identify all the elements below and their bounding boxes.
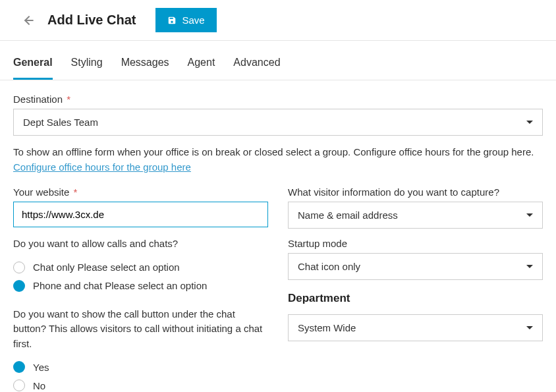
tab-advanced[interactable]: Advanced — [233, 50, 280, 80]
radio-phone-and-chat[interactable]: Phone and chat Please select an option — [13, 277, 268, 295]
tabs-nav: General Styling Messages Agent Advanced — [0, 50, 556, 80]
two-column-layout: Your website * Do you want to allow call… — [13, 186, 543, 392]
tab-styling[interactable]: Styling — [71, 50, 103, 80]
destination-group: Destination * Dept Sales Team — [13, 94, 543, 136]
call-button-group: Do you want to show the call button unde… — [13, 307, 268, 393]
tab-agent[interactable]: Agent — [188, 50, 215, 80]
back-button[interactable] — [20, 11, 38, 30]
radio-phone-and-chat-label: Phone and chat Please select an option — [33, 280, 207, 291]
startup-value: Chat icon only — [298, 261, 360, 272]
capture-label: What visitor information do you want to … — [288, 186, 543, 198]
required-asterisk: * — [70, 186, 77, 198]
startup-select[interactable]: Chat icon only — [288, 253, 543, 280]
destination-helper: To show an offline form when your office… — [13, 145, 543, 175]
save-button-label: Save — [182, 14, 204, 26]
destination-select[interactable]: Dept Sales Team — [13, 109, 543, 136]
caret-down-icon — [526, 213, 533, 217]
radio-icon-checked — [13, 361, 25, 373]
website-label: Your website * — [13, 186, 268, 198]
radio-chat-only[interactable]: Chat only Please select an option — [13, 258, 268, 277]
website-input[interactable] — [13, 202, 268, 227]
capture-group: What visitor information do you want to … — [288, 186, 543, 229]
radio-icon-checked — [13, 280, 25, 292]
right-column: What visitor information do you want to … — [288, 186, 543, 392]
arrow-left-icon — [22, 14, 36, 27]
radio-icon-unchecked — [13, 379, 25, 391]
caret-down-icon — [526, 121, 533, 124]
capture-value: Name & email address — [298, 210, 398, 221]
tab-content-general: Destination * Dept Sales Team To show an… — [0, 80, 556, 392]
save-button[interactable]: Save — [155, 8, 216, 32]
page-header: Add Live Chat Save — [0, 0, 556, 41]
page-title: Add Live Chat — [47, 13, 136, 28]
department-select[interactable]: System Wide — [288, 314, 543, 341]
startup-group: Startup mode Chat icon only — [288, 238, 543, 280]
radio-chat-only-label: Chat only Please select an option — [33, 262, 180, 273]
left-column: Your website * Do you want to allow call… — [13, 186, 268, 392]
required-asterisk: * — [64, 94, 70, 105]
call-button-question: Do you want to show the call button unde… — [13, 307, 268, 352]
department-value: System Wide — [298, 322, 356, 333]
capture-select[interactable]: Name & email address — [288, 202, 543, 229]
tab-general[interactable]: General — [13, 50, 53, 80]
radio-call-yes[interactable]: Yes — [13, 358, 268, 376]
destination-label: Destination * — [13, 94, 543, 105]
allow-calls-group: Do you want to allow calls and chats? Ch… — [13, 237, 268, 295]
radio-call-yes-label: Yes — [33, 362, 49, 373]
department-group: System Wide — [288, 314, 543, 341]
caret-down-icon — [526, 326, 533, 329]
startup-label: Startup mode — [288, 238, 543, 249]
tab-messages[interactable]: Messages — [121, 50, 169, 80]
caret-down-icon — [526, 265, 533, 268]
allow-calls-question: Do you want to allow calls and chats? — [13, 237, 268, 252]
department-heading: Department — [288, 292, 543, 305]
radio-call-no-label: No — [33, 380, 45, 391]
radio-call-no[interactable]: No — [13, 376, 268, 392]
destination-value: Dept Sales Team — [23, 117, 98, 128]
save-icon — [167, 16, 177, 25]
radio-icon-unchecked — [13, 262, 25, 273]
configure-hours-link[interactable]: Configure office hours for the group her… — [13, 161, 191, 173]
website-group: Your website * — [13, 186, 268, 227]
